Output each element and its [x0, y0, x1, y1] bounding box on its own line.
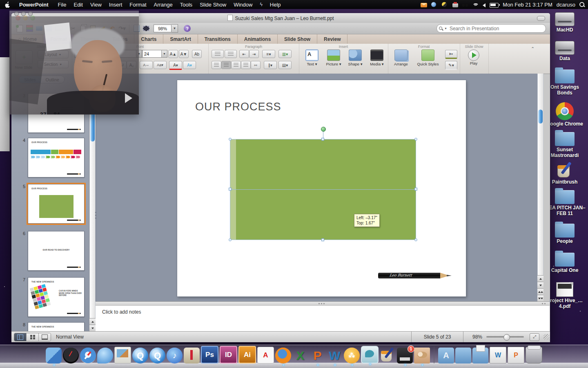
presenter-view-button[interactable]	[39, 333, 51, 341]
bullets-button[interactable]	[212, 50, 224, 58]
numbering-button[interactable]	[225, 50, 237, 58]
dock-icon-dashboard[interactable]	[63, 348, 79, 364]
wifi-icon[interactable]	[472, 2, 479, 7]
webcam-minimize-button[interactable]	[21, 11, 26, 16]
scroll-up-button[interactable]	[537, 275, 543, 282]
align-center-button[interactable]	[221, 61, 231, 69]
font-size-combo[interactable]: 24▼	[142, 50, 167, 58]
dock-icon-paintbrush[interactable]	[380, 348, 396, 364]
grow-font-button[interactable]: A▲	[168, 50, 178, 58]
menu-app-name[interactable]: PowerPoint	[16, 2, 52, 8]
webcam-close-button[interactable]	[14, 11, 19, 16]
editor-scrollbar[interactable]	[537, 74, 543, 301]
tab-slide-show[interactable]: Slide Show	[278, 34, 317, 44]
webcam-zoom-button[interactable]	[28, 11, 33, 16]
previous-slide-button[interactable]	[537, 288, 543, 295]
insert-picture-button[interactable]: Picture ▾	[323, 49, 344, 66]
webcam-window-titlebar[interactable]	[9, 11, 139, 16]
ribbon-collapse-chevron[interactable]: ⌃	[531, 46, 535, 52]
slide-thumbnail-4[interactable]: OUR PROCESS	[28, 138, 85, 177]
zoom-value[interactable]: 98%	[154, 25, 172, 32]
dock-icon-indesign[interactable]: ID	[220, 346, 237, 364]
media-browser-button[interactable]	[142, 24, 151, 33]
decrease-indent-button[interactable]: ⇤	[239, 50, 249, 58]
pane-resize-grip[interactable]	[94, 210, 97, 221]
battery-icon[interactable]	[490, 3, 499, 8]
dock-icon-documents-folder[interactable]	[455, 348, 471, 364]
pane-scroll-down[interactable]	[89, 325, 96, 331]
menu-item-insert[interactable]: Insert	[105, 2, 126, 8]
increase-indent-button[interactable]: ⇥	[249, 50, 259, 58]
dock-icon-trash[interactable]	[526, 347, 542, 364]
tab-review[interactable]: Review	[317, 34, 347, 44]
binoculars-icon[interactable]	[462, 3, 468, 7]
search-scope-arrow[interactable]: ▼	[444, 27, 447, 30]
insert-media-button[interactable]: Media ▾	[366, 49, 388, 66]
resize-handle-n[interactable]	[321, 138, 324, 141]
menu-item-help[interactable]: Help	[266, 2, 285, 8]
menu-user[interactable]: dcaruso	[557, 2, 575, 8]
character-spacing-button[interactable]: A⇔	[140, 61, 153, 69]
text-direction-button[interactable]: ∥▾	[264, 61, 277, 69]
menu-item-edit[interactable]: Edit	[70, 2, 86, 8]
dock-icon-iphoto[interactable]	[114, 347, 131, 364]
dock-icon-word[interactable]: W	[327, 348, 343, 364]
insert-text-button[interactable]: Text ▾	[301, 49, 323, 66]
help-button[interactable]: ?	[184, 25, 191, 32]
normal-view-button[interactable]	[14, 333, 27, 341]
resize-handle-w[interactable]	[229, 188, 232, 191]
zoom-slider-knob[interactable]	[503, 334, 510, 341]
slide-thumbnail-5[interactable]: OUR PROCESS	[28, 184, 85, 224]
slide-sorter-view-button[interactable]	[27, 333, 39, 341]
mail-icon[interactable]	[421, 3, 427, 7]
scroll-down-button[interactable]	[537, 282, 543, 288]
apple-menu-icon[interactable]	[5, 2, 10, 8]
slide-canvas[interactable]: OUR PROCESS Left: –3.17" Top: 1.67"	[177, 80, 466, 296]
zoom-control[interactable]: 98% ▼	[154, 24, 178, 33]
dock-icon-quicktime-x[interactable]	[149, 348, 165, 364]
resize-handle-s[interactable]	[321, 238, 324, 241]
dock-icon-itunes[interactable]	[167, 348, 183, 364]
dock-icon-sametime[interactable]	[361, 346, 379, 364]
tab-smartart[interactable]: SmartArt	[163, 34, 198, 44]
dock-icon-excel[interactable]: X	[292, 348, 308, 364]
menu-item-window[interactable]: Window	[230, 2, 256, 8]
align-text-vertical-button[interactable]: ▤▾	[278, 61, 292, 69]
resize-handle-e[interactable]	[414, 188, 417, 191]
spotlight-icon[interactable]	[579, 2, 585, 7]
next-slide-button[interactable]	[537, 295, 543, 301]
webcam-overlay-window[interactable]: 37 84	[9, 11, 139, 114]
tab-animations[interactable]: Animations	[238, 34, 278, 44]
line-spacing-button[interactable]: ≡▾	[262, 50, 275, 58]
dock-icon-ichat[interactable]	[97, 348, 113, 364]
play-slideshow-button[interactable]: Play	[463, 49, 484, 65]
dock-icon-powerpoint-document[interactable]: P	[508, 347, 524, 364]
dock-icon-powerpoint[interactable]: P	[310, 348, 325, 364]
dock-icon-safari[interactable]	[80, 348, 96, 364]
selected-green-rectangle[interactable]: Left: –3.17" Top: 1.67"	[230, 139, 416, 240]
dock-icon-applications-folder[interactable]: A	[438, 348, 454, 364]
dock-icon-printer[interactable]: 1	[397, 348, 413, 364]
printer-menu-icon[interactable]	[452, 3, 458, 7]
zoom-dropdown-arrow[interactable]: ▼	[172, 24, 178, 33]
dock-icon-photo-booth[interactable]	[414, 348, 430, 364]
font-color-button[interactable]: A▾	[169, 61, 182, 70]
volume-icon[interactable]	[483, 3, 486, 7]
distribute-text-button[interactable]: ⇿	[251, 61, 261, 69]
resize-handle-ne[interactable]	[414, 138, 417, 141]
menu-item-view[interactable]: View	[87, 2, 105, 8]
columns-button[interactable]: ▥▾	[278, 50, 292, 58]
slide-title[interactable]: OUR PROCESS	[195, 101, 281, 113]
menu-clock[interactable]: Mon Feb 21 3:17 PM	[503, 2, 552, 8]
insert-shape-button[interactable]: Shape ▾	[345, 49, 366, 66]
dock-icon-downloads-folder[interactable]	[472, 348, 488, 364]
pane-scroll-up[interactable]	[89, 318, 96, 325]
notes-pane[interactable]: Click to add notes	[96, 306, 550, 331]
menu-item-file[interactable]: File	[54, 2, 70, 8]
applescript-menu-icon[interactable]: ϟ	[256, 2, 266, 8]
align-right-button[interactable]	[231, 61, 241, 69]
shrink-font-button[interactable]: A▼	[179, 50, 189, 58]
menu-item-format[interactable]: Format	[126, 2, 150, 8]
slide-thumbnail-7[interactable]: THE NEW OPENNESSCAR BUYERS MINDS MORE OP…	[28, 277, 85, 317]
sync-status-icon[interactable]	[442, 2, 447, 7]
